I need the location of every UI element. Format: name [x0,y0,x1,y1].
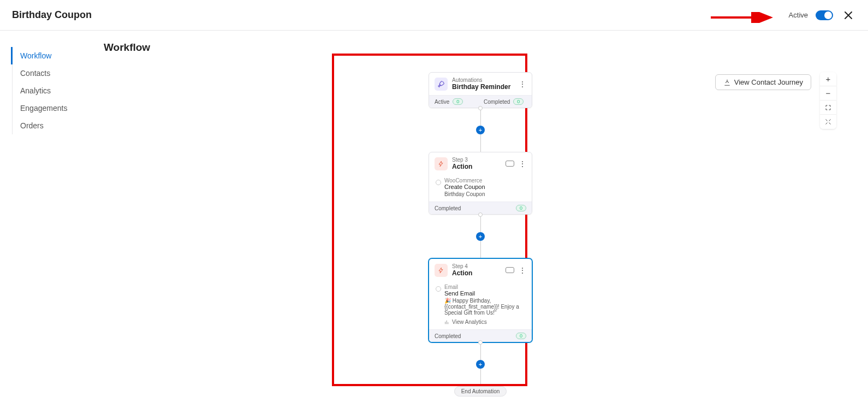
chart-icon [444,320,450,325]
active-toggle[interactable] [816,10,833,20]
add-step-button[interactable]: + [476,360,485,369]
step-title: Action [452,269,472,277]
close-button[interactable] [841,8,856,23]
sidebar: Workflow Contacts Analytics Engagements … [0,31,93,408]
step-menu-button[interactable]: ⋮ [519,160,526,168]
journey-icon [723,79,731,86]
zoom-out-button[interactable]: − [820,86,836,100]
zoom-controls: + − [820,72,836,129]
lightning-icon [435,264,448,277]
step-menu-button[interactable]: ⋮ [519,80,526,88]
footer-active: Active 0 [435,98,477,105]
badge: 0 [516,205,526,211]
flow-step-action-email[interactable]: Step 4 Action ⋮ Email Send Email 🎉 Happy… [429,258,532,342]
step-menu-button[interactable]: ⋮ [519,267,526,274]
segment-desc: Birthday Coupon [444,191,525,197]
topbar: Birthday Coupon Active [0,0,868,31]
step-superscript: Automations [452,77,510,83]
step-title: Birthday Reminder [452,83,510,91]
step-superscript: Step 3 [452,157,472,163]
segment-value: Create Coupon [444,184,525,190]
footer-completed: Completed 0 [435,333,526,339]
segment-value: Send Email [444,290,525,297]
step-title: Action [452,163,472,170]
add-step-button[interactable]: + [476,232,485,241]
connector [480,134,481,152]
fullscreen-icon [825,104,831,111]
add-step-button[interactable]: + [476,126,485,134]
section-heading: Workflow [104,42,857,54]
sidebar-item-engagements[interactable]: Engagements [13,99,93,117]
active-label: Active [789,11,808,19]
flow-step-action-coupon[interactable]: Step 3 Action ⋮ WooCommerce Create Coupo… [429,152,532,215]
segment-label: Email [444,284,525,290]
fit-view-button[interactable] [820,115,836,129]
flow-step-trigger[interactable]: Automations Birthday Reminder ⋮ Active 0… [429,72,532,108]
footer-completed: Completed 0 [435,205,526,211]
connector-dot [478,340,483,345]
note-icon[interactable] [506,267,514,273]
zoom-in-button[interactable]: + [820,72,836,86]
end-automation-chip: End Automation [454,386,507,397]
close-icon [844,11,853,20]
sidebar-item-contacts[interactable]: Contacts [13,64,93,82]
segment-desc: 🎉 Happy Birthday,{{contact_first_name}}!… [444,298,525,316]
badge: 0 [453,98,463,105]
connector [480,241,481,258]
badge: 0 [516,333,526,339]
lightning-icon [435,157,448,170]
connector-dot [478,212,483,217]
sidebar-item-orders[interactable]: Orders [13,117,93,134]
segment-label: WooCommerce [444,178,525,184]
sidebar-item-workflow[interactable]: Workflow [11,47,93,64]
view-contact-journey-button[interactable]: View Contact Journey [715,74,811,90]
connector [480,108,481,126]
sidebar-item-analytics[interactable]: Analytics [13,82,93,99]
rocket-icon [435,78,448,91]
connector [480,215,481,232]
view-analytics-link[interactable]: View Analytics [444,319,525,325]
fullscreen-button[interactable] [820,100,836,115]
footer-completed: Completed 0 [484,98,526,105]
expand-icon [825,119,831,125]
connector [480,342,481,360]
step-superscript: Step 4 [452,263,472,269]
flow-canvas: Automations Birthday Reminder ⋮ Active 0… [382,61,579,397]
connector-dot [478,106,483,110]
badge: 0 [513,98,524,105]
page-title: Birthday Coupon [12,9,92,21]
note-icon[interactable] [506,161,514,167]
connector [480,369,481,386]
